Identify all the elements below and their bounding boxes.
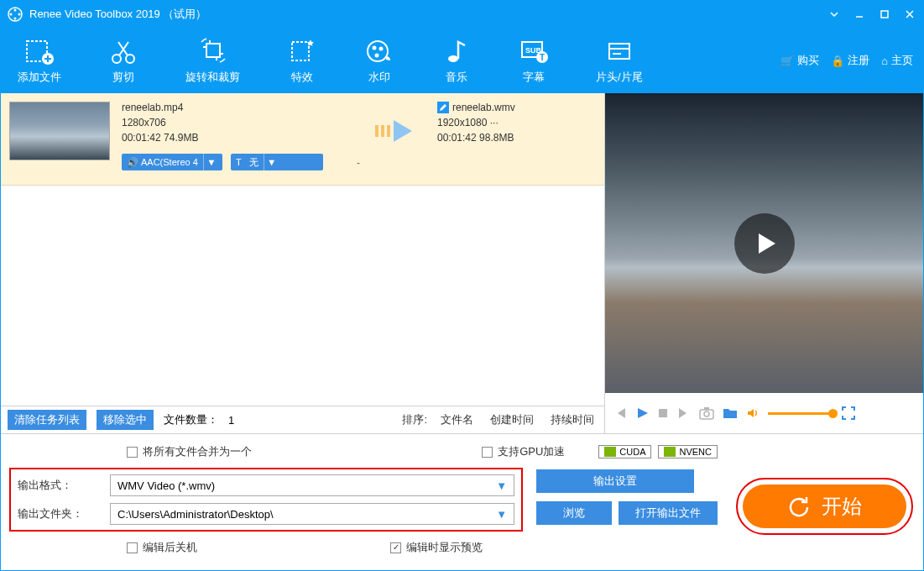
output-folder-label: 输出文件夹： — [18, 506, 102, 521]
effects-icon — [287, 36, 317, 66]
file-count-value: 1 — [228, 414, 234, 427]
toolbar-intro-outro[interactable]: 片头/片尾 — [589, 33, 650, 88]
play-button[interactable] — [635, 406, 649, 420]
svg-point-4 — [10, 13, 13, 16]
subtitle-track-select[interactable]: T 无 ▼ — [231, 154, 323, 170]
watermark-icon — [364, 36, 394, 66]
toolbar-label: 特效 — [291, 70, 313, 85]
dropdown-icon[interactable] — [827, 8, 841, 21]
toolbar-music[interactable]: 音乐 — [435, 33, 478, 88]
svg-text:T: T — [540, 53, 545, 62]
stop-button[interactable] — [657, 407, 669, 419]
video-thumbnail — [9, 102, 110, 160]
svg-rect-25 — [659, 409, 667, 417]
play-overlay-button[interactable] — [734, 213, 795, 274]
svg-rect-22 — [375, 125, 378, 137]
output-folder-select[interactable]: C:\Users\Administrator\Desktop\ ▼ — [110, 503, 514, 525]
sort-label: 排序: — [402, 412, 427, 427]
toolbar-watermark[interactable]: 水印 — [358, 33, 401, 88]
prev-button[interactable] — [613, 406, 627, 420]
app-logo-icon — [8, 7, 23, 22]
chevron-down-icon[interactable]: ▼ — [264, 157, 279, 167]
scissors-icon — [108, 36, 138, 66]
speaker-icon: 🔊 — [127, 157, 138, 168]
toolbar-label: 水印 — [368, 70, 390, 85]
output-settings-button[interactable]: 输出设置 — [536, 469, 694, 493]
svg-rect-21 — [609, 44, 629, 59]
svg-point-16 — [448, 55, 458, 62]
preview-checkbox[interactable]: 编辑时显示预览 — [390, 540, 483, 555]
sort-by-name[interactable]: 文件名 — [437, 412, 477, 427]
volume-icon[interactable] — [746, 406, 760, 420]
svg-point-12 — [368, 41, 388, 61]
snapshot-button[interactable] — [699, 406, 714, 420]
fullscreen-button[interactable] — [842, 406, 855, 420]
gpu-checkbox[interactable]: 支持GPU加速 — [482, 444, 565, 459]
open-button[interactable] — [723, 406, 738, 420]
merge-checkbox[interactable]: 将所有文件合并为一个 — [127, 444, 252, 459]
svg-rect-28 — [704, 407, 709, 410]
output-format-select[interactable]: WMV Video (*.wmv) ▼ — [110, 474, 514, 496]
home-link[interactable]: ⌂主页 — [881, 53, 913, 68]
close-icon[interactable] — [903, 8, 916, 21]
edit-icon[interactable] — [437, 102, 449, 113]
crop-icon — [198, 36, 228, 66]
convert-arrow-icon — [372, 102, 425, 176]
toolbar-label: 音乐 — [446, 70, 467, 85]
maximize-icon[interactable] — [878, 8, 891, 21]
clear-list-button[interactable]: 清除任务列表 — [8, 410, 86, 430]
shutdown-checkbox[interactable]: 编辑后关机 — [127, 540, 197, 555]
source-resolution: 1280x706 — [122, 117, 290, 128]
toolbar-label: 字幕 — [523, 70, 545, 85]
svg-rect-11 — [292, 42, 309, 60]
svg-point-27 — [704, 411, 709, 416]
buy-link[interactable]: 🛒购买 — [780, 53, 819, 68]
toolbar-label: 添加文件 — [18, 70, 61, 85]
output-duration-size: 00:01:42 98.8MB — [437, 132, 515, 144]
nvenc-badge: NVENC — [658, 445, 718, 458]
source-filename: reneelab.mp4 — [122, 102, 290, 113]
volume-slider[interactable] — [768, 412, 833, 415]
titlebar: Renee Video Toolbox 2019 （试用） — [1, 1, 923, 28]
toolbar-rotate-crop[interactable]: 旋转和裁剪 — [179, 33, 247, 88]
svg-rect-10 — [206, 44, 220, 57]
audio-track-select[interactable]: 🔊AAC(Stereo 4 ▼ — [122, 154, 222, 170]
video-preview[interactable] — [605, 93, 923, 393]
svg-point-2 — [18, 13, 21, 16]
toolbar-effects[interactable]: 特效 — [280, 33, 324, 88]
svg-rect-24 — [387, 125, 390, 137]
svg-point-3 — [14, 18, 17, 20]
minimize-icon[interactable] — [853, 8, 866, 21]
output-panel: 将所有文件合并为一个 支持GPU加速 CUDA NVENC 输出格式： WMV … — [1, 433, 923, 562]
svg-point-13 — [373, 46, 377, 50]
file-list: reneelab.mp4 1280x706 00:01:42 74.9MB 🔊A… — [1, 93, 604, 406]
app-title: Renee Video Toolbox 2019 （试用） — [29, 7, 827, 22]
browse-button[interactable]: 浏览 — [536, 501, 612, 525]
file-row[interactable]: reneelab.mp4 1280x706 00:01:42 74.9MB 🔊A… — [1, 93, 604, 186]
sort-by-created[interactable]: 创建时间 — [487, 412, 537, 427]
toolbar-cut[interactable]: 剪切 — [102, 33, 145, 88]
player-controls — [605, 393, 923, 433]
card-icon — [604, 36, 634, 66]
source-duration-size: 00:01:42 74.9MB — [122, 132, 290, 144]
svg-point-9 — [126, 55, 134, 63]
toolbar-label: 剪切 — [112, 70, 134, 85]
sort-by-duration[interactable]: 持续时间 — [547, 412, 598, 427]
home-icon: ⌂ — [881, 55, 888, 67]
svg-rect-23 — [381, 125, 384, 137]
nvidia-icon — [664, 447, 676, 457]
register-link[interactable]: 🔒注册 — [831, 53, 869, 68]
chevron-down-icon[interactable]: ▼ — [204, 157, 219, 167]
open-output-button[interactable]: 打开输出文件 — [619, 501, 718, 525]
toolbar-subtitle[interactable]: SUBT 字幕 — [512, 33, 556, 88]
output-filename: reneelab.wmv — [452, 102, 515, 113]
toolbar-label: 片头/片尾 — [596, 70, 643, 85]
svg-point-8 — [112, 55, 121, 63]
lock-icon: 🔒 — [831, 55, 844, 67]
start-button[interactable]: 开始 — [743, 485, 906, 528]
nvidia-icon — [604, 447, 616, 457]
cart-icon: 🛒 — [780, 55, 794, 67]
remove-selected-button[interactable]: 移除选中 — [97, 410, 154, 430]
toolbar-add-file[interactable]: 添加文件 — [11, 33, 68, 88]
next-button[interactable] — [677, 406, 691, 420]
